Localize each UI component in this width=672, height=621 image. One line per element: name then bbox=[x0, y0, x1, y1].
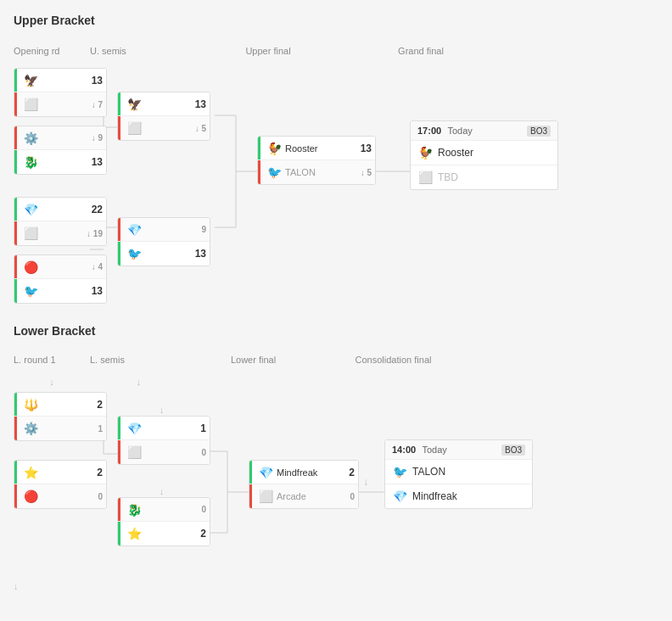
cf-team2: 💎 Mindfreak bbox=[385, 484, 532, 508]
ob-match-2[interactable]: ⚙️ ↓ 9 🐉 13 bbox=[14, 126, 107, 175]
connector-ls-lf bbox=[206, 404, 249, 573]
gf-rooster-icon: 🐓 bbox=[417, 145, 433, 160]
team-icon: 💎 bbox=[23, 202, 38, 217]
lower-final-match[interactable]: 💎 Mindfreak 2 ⬜ Arcade 0 bbox=[249, 460, 359, 509]
team-icon: ⚙️ bbox=[23, 421, 38, 436]
lb-header-lfinal: Lower final bbox=[188, 355, 319, 365]
gf-team2: ⬜ TBD bbox=[411, 165, 557, 189]
lb-header-round1: L. round 1 bbox=[14, 355, 90, 365]
cf-mindfreak-icon: 💎 bbox=[392, 489, 407, 504]
header-gfinal: Grand final bbox=[344, 46, 497, 56]
cf-time: 14:00 bbox=[392, 445, 416, 455]
grand-final-card[interactable]: 17:00 Today BO3 🐓 Rooster ⬜ TBD bbox=[410, 120, 558, 190]
team-icon: 🐉 bbox=[126, 502, 142, 518]
header-opening: Opening rd bbox=[14, 46, 90, 56]
team-icon: 🔴 bbox=[23, 489, 38, 504]
lb-bottom-arrow: ↓ bbox=[14, 581, 19, 591]
upper-final-match[interactable]: 🐓 Rooster 13 🐦 TALON ↓ 5 bbox=[257, 136, 376, 185]
team-icon: 🔱 bbox=[23, 397, 38, 412]
gf-time: 17:00 bbox=[417, 126, 441, 136]
cf-format: BO3 bbox=[501, 445, 525, 456]
lb-semis-col: ↓ 💎 1 ⬜ 0 bbox=[117, 392, 206, 546]
ob-match-4[interactable]: 🔴 ↓ 4 🐦 13 bbox=[14, 255, 107, 304]
us-match-1[interactable]: 🦅 13 ⬜ ↓ 5 bbox=[117, 92, 210, 141]
cf-talon-icon: 🐦 bbox=[392, 464, 407, 479]
lower-bracket: Lower Bracket L. round 1 L. semis Lower … bbox=[14, 324, 658, 592]
upper-final-col: 🐓 Rooster 13 🐦 TALON ↓ 5 bbox=[257, 68, 376, 185]
opening-round-col: 🦅 13 ⬜ ↓ 7 bbox=[14, 68, 90, 304]
ob-match-1[interactable]: 🦅 13 ⬜ ↓ 7 bbox=[14, 68, 107, 117]
lb-final-col: 💎 Mindfreak 2 ⬜ Arcade 0 bbox=[249, 392, 359, 509]
team-icon: ⬜ bbox=[23, 226, 38, 241]
upper-semis-col: 🦅 13 ⬜ ↓ 5 💎 bbox=[117, 68, 215, 266]
svg-text:↓: ↓ bbox=[363, 476, 368, 488]
lb-round1-col: 🔱 2 ⚙️ 1 ⭐ bbox=[14, 392, 90, 509]
lb-header-consol: Consolidation final bbox=[319, 355, 468, 365]
mindfreak-icon: 💎 bbox=[258, 465, 273, 480]
lower-bracket-title: Lower Bracket bbox=[14, 324, 658, 338]
cf-day: Today bbox=[422, 445, 446, 455]
lr-match-2[interactable]: ⭐ 2 🔴 0 bbox=[14, 460, 107, 509]
gf-format: BO3 bbox=[527, 126, 551, 137]
gf-day: Today bbox=[447, 126, 472, 136]
connector-us-uf bbox=[215, 80, 257, 300]
team-icon: 🦅 bbox=[126, 97, 142, 112]
connector-lf-cf: ↓ bbox=[359, 404, 384, 573]
team-icon: 💎 bbox=[126, 421, 142, 436]
connector-uf-gf bbox=[376, 80, 410, 300]
team-icon: 💎 bbox=[126, 222, 142, 238]
upper-bracket: Upper Bracket Opening rd U. semis Upper … bbox=[14, 14, 658, 304]
ls-match-1[interactable]: 💎 1 ⬜ 0 bbox=[117, 416, 210, 465]
ls-match-2[interactable]: 🐉 0 ⭐ 2 bbox=[117, 497, 210, 546]
team-icon: ⬜ bbox=[23, 97, 38, 112]
ls-arrow2: ↓ bbox=[160, 486, 165, 496]
lb-arrow1: ↓ bbox=[49, 377, 54, 387]
team-icon: 🦅 bbox=[23, 73, 38, 88]
team-icon: ⚙️ bbox=[23, 131, 38, 146]
rooster-icon: 🐓 bbox=[266, 141, 282, 156]
team-icon: 🐦 bbox=[23, 283, 38, 299]
gf-tbd-icon: ⬜ bbox=[417, 170, 433, 185]
main-container: Upper Bracket Opening rd U. semis Upper … bbox=[0, 0, 672, 621]
gf-team1: 🐓 Rooster bbox=[411, 141, 557, 165]
ls-arrow: ↓ bbox=[160, 405, 165, 415]
header-ufinal: Upper final bbox=[192, 46, 344, 56]
lr-match-1[interactable]: 🔱 2 ⚙️ 1 bbox=[14, 392, 107, 441]
team-icon: 🐉 bbox=[23, 154, 38, 170]
team-icon: 🔴 bbox=[23, 260, 38, 275]
consol-final-card[interactable]: 14:00 Today BO3 🐦 TALON 💎 Mindfreak bbox=[384, 439, 533, 509]
talon-icon: 🐦 bbox=[266, 165, 282, 180]
upper-bracket-title: Upper Bracket bbox=[14, 14, 658, 27]
team-icon: 🐦 bbox=[126, 246, 142, 261]
team-icon: ⬜ bbox=[126, 445, 142, 460]
grand-final-col: 17:00 Today BO3 🐓 Rooster ⬜ TBD bbox=[410, 68, 567, 190]
lb-header-semis: L. semis bbox=[90, 355, 188, 365]
lb-arrow2: ↓ bbox=[137, 377, 142, 387]
ob-match-3[interactable]: 💎 22 ⬜ ↓ 19 bbox=[14, 197, 107, 246]
team-icon: ⭐ bbox=[126, 526, 142, 541]
header-usemis: U. semis bbox=[90, 46, 192, 56]
us-match-2[interactable]: 💎 9 🐦 13 bbox=[117, 217, 210, 266]
arcade-icon: ⬜ bbox=[258, 489, 273, 504]
cf-team1: 🐦 TALON bbox=[385, 460, 532, 484]
team-icon: ⬜ bbox=[126, 120, 142, 136]
consol-final-col: 14:00 Today BO3 🐦 TALON 💎 Mindfreak bbox=[384, 392, 541, 509]
team-icon: ⭐ bbox=[23, 465, 38, 480]
